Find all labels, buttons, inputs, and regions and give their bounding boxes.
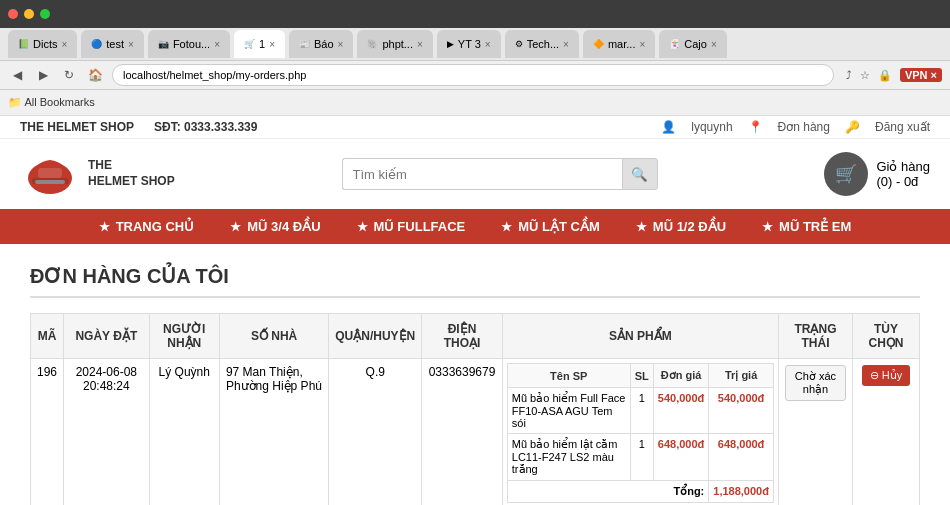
nav-bar: ★ TRANG CHỦ ★ MŨ 3/4 ĐẦU ★ MŨ FULLFACE ★… bbox=[0, 209, 950, 244]
product-qty-2: 1 bbox=[630, 434, 653, 481]
nav-label-4: MŨ LẬT CẦM bbox=[518, 219, 600, 234]
nav-label-5: MŨ 1/2 ĐẦU bbox=[653, 219, 726, 234]
search-input[interactable] bbox=[342, 158, 622, 190]
order-district: Q.9 bbox=[329, 359, 422, 506]
cancel-icon: ⊖ bbox=[870, 369, 879, 382]
order-action-cell: ⊖ Hủy bbox=[853, 359, 920, 506]
forward-button[interactable]: ▶ bbox=[34, 66, 52, 84]
nav-star-icon-2: ★ bbox=[230, 220, 241, 234]
product-total-row: Tổng: 1,188,000đ bbox=[507, 481, 773, 503]
nav-mu-34[interactable]: ★ MŨ 3/4 ĐẦU bbox=[212, 209, 338, 244]
tab-test[interactable]: 🔵test× bbox=[81, 30, 144, 58]
security-icon: 🔒 bbox=[878, 69, 892, 82]
cancel-label: Hủy bbox=[882, 369, 902, 382]
logo-line1: THE bbox=[88, 158, 175, 174]
product-col-total: Trị giá bbox=[709, 364, 774, 388]
user-icon: 👤 bbox=[661, 120, 676, 134]
address-bar-input[interactable] bbox=[112, 64, 834, 86]
tab-active[interactable]: 🛒1× bbox=[234, 30, 285, 58]
order-id: 196 bbox=[31, 359, 64, 506]
col-header-district: QUẬN/HUYỆN bbox=[329, 314, 422, 359]
col-header-date: NGÀY ĐẶT bbox=[64, 314, 150, 359]
home-button[interactable]: 🏠 bbox=[86, 66, 104, 84]
order-link[interactable]: Đơn hàng bbox=[778, 120, 830, 134]
orders-table: MÃ NGÀY ĐẶT NGƯỜI NHẬN SỐ NHÀ QUẬN/HUYỆN… bbox=[30, 313, 920, 505]
helmet-logo-icon bbox=[23, 152, 78, 197]
table-row: 196 2024-06-08 20:48:24 Lý Quỳnh 97 Man … bbox=[31, 359, 920, 506]
order-address: 97 Man Thiện, Phường Hiệp Phú bbox=[219, 359, 328, 506]
product-row-1: Mũ bảo hiểm Full Face FF10-ASA AGU Tem s… bbox=[507, 388, 773, 434]
nav-star-icon-1: ★ bbox=[99, 220, 110, 234]
cart-icon: 🛒 bbox=[824, 152, 868, 196]
svg-rect-2 bbox=[38, 168, 62, 178]
nav-label-3: MŨ FULLFACE bbox=[374, 219, 466, 234]
nav-fullface[interactable]: ★ MŨ FULLFACE bbox=[339, 209, 484, 244]
key-icon: 🔑 bbox=[845, 120, 860, 134]
product-col-unit: Đơn giá bbox=[653, 364, 708, 388]
logo-line2: HELMET SHOP bbox=[88, 174, 175, 190]
product-total-price-1: 540,000đ bbox=[709, 388, 774, 434]
col-header-action: TÙY CHỌN bbox=[853, 314, 920, 359]
refresh-button[interactable]: ↻ bbox=[60, 66, 78, 84]
col-header-phone: ĐIỆN THOẠI bbox=[422, 314, 503, 359]
col-header-id: MÃ bbox=[31, 314, 64, 359]
nav-star-icon-4: ★ bbox=[501, 220, 512, 234]
status-badge: Chờ xác nhận bbox=[785, 365, 846, 401]
nav-star-icon-6: ★ bbox=[762, 220, 773, 234]
nav-label-2: MŨ 3/4 ĐẦU bbox=[247, 219, 320, 234]
product-col-name: Tên SP bbox=[507, 364, 630, 388]
product-name-1: Mũ bảo hiểm Full Face FF10-ASA AGU Tem s… bbox=[507, 388, 630, 434]
product-name-2: Mũ bảo hiểm lật cằm LC11-F247 LS2 màu tr… bbox=[507, 434, 630, 481]
col-header-address: SỐ NHÀ bbox=[219, 314, 328, 359]
tab-yt[interactable]: ▶YT 3× bbox=[437, 30, 501, 58]
search-button[interactable]: 🔍 bbox=[622, 158, 658, 190]
col-header-product: SẢN PHẨM bbox=[502, 314, 778, 359]
order-phone: 0333639679 bbox=[422, 359, 503, 506]
svg-rect-1 bbox=[35, 180, 65, 184]
page-title: ĐƠN HÀNG CỦA TÔI bbox=[30, 264, 920, 298]
col-header-recipient: NGƯỜI NHẬN bbox=[149, 314, 219, 359]
shop-name: THE HELMET SHOP bbox=[20, 120, 134, 134]
vpn-badge: VPN × bbox=[900, 68, 942, 82]
nav-star-icon-5: ★ bbox=[636, 220, 647, 234]
nav-mu-12[interactable]: ★ MŨ 1/2 ĐẦU bbox=[618, 209, 744, 244]
bookmark-icon: ☆ bbox=[860, 69, 870, 82]
order-status-cell: Chờ xác nhận bbox=[778, 359, 852, 506]
cancel-button[interactable]: ⊖ Hủy bbox=[862, 365, 910, 386]
tab-php[interactable]: 🐘phpt...× bbox=[357, 30, 432, 58]
tab-dicts[interactable]: 📗Dicts× bbox=[8, 30, 77, 58]
total-value: 1,188,000đ bbox=[709, 481, 774, 503]
location-icon: 📍 bbox=[748, 120, 763, 134]
cart-area[interactable]: 🛒 Giỏ hàng (0) - 0đ bbox=[824, 152, 930, 196]
order-date: 2024-06-08 20:48:24 bbox=[64, 359, 150, 506]
tab-tech[interactable]: ⚙Tech...× bbox=[505, 30, 579, 58]
tab-fotou[interactable]: 📷Fotou...× bbox=[148, 30, 230, 58]
nav-lat-cam[interactable]: ★ MŨ LẬT CẦM bbox=[483, 209, 618, 244]
logout-link[interactable]: Đăng xuất bbox=[875, 120, 930, 134]
nav-label-1: TRANG CHỦ bbox=[116, 219, 195, 234]
nav-tre-em[interactable]: ★ MŨ TRẺ EM bbox=[744, 209, 869, 244]
product-unit-price-1: 540,000đ bbox=[653, 388, 708, 434]
bookmark-all-bookmarks[interactable]: 📁 All Bookmarks bbox=[8, 96, 95, 109]
order-recipient: Lý Quỳnh bbox=[149, 359, 219, 506]
tab-bao[interactable]: 📰Báo× bbox=[289, 30, 353, 58]
product-total-price-2: 648,000đ bbox=[709, 434, 774, 481]
nav-label-6: MŨ TRẺ EM bbox=[779, 219, 851, 234]
product-row-2: Mũ bảo hiểm lật cằm LC11-F247 LS2 màu tr… bbox=[507, 434, 773, 481]
cart-info: (0) - 0đ bbox=[876, 174, 930, 189]
product-col-qty: SL bbox=[630, 364, 653, 388]
search-icon: 🔍 bbox=[631, 167, 648, 182]
tab-cajo[interactable]: 🃏Cajo× bbox=[659, 30, 726, 58]
product-qty-1: 1 bbox=[630, 388, 653, 434]
logo[interactable]: THE HELMET SHOP bbox=[20, 149, 175, 199]
share-icon: ⤴ bbox=[846, 69, 852, 81]
total-label: Tổng: bbox=[507, 481, 709, 503]
product-unit-price-2: 648,000đ bbox=[653, 434, 708, 481]
nav-trang-chu[interactable]: ★ TRANG CHỦ bbox=[81, 209, 213, 244]
user-name-link[interactable]: lyquynh bbox=[691, 120, 732, 134]
cart-label: Giỏ hàng bbox=[876, 159, 930, 174]
tab-mar[interactable]: 🔶mar...× bbox=[583, 30, 655, 58]
product-table: Tên SP SL Đơn giá Trị giá Mũ bảo hiểm Fu… bbox=[507, 363, 774, 503]
back-button[interactable]: ◀ bbox=[8, 66, 26, 84]
nav-star-icon-3: ★ bbox=[357, 220, 368, 234]
